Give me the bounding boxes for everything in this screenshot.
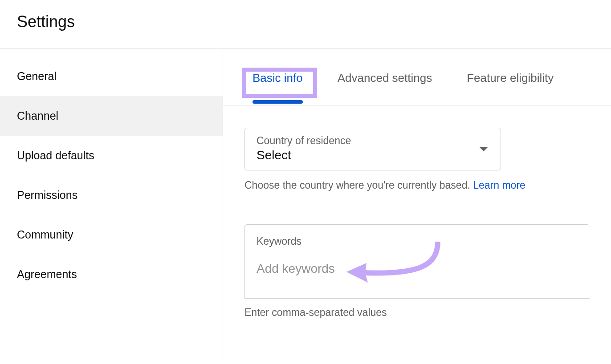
- tab-feature-eligibility[interactable]: Feature eligibility: [467, 71, 554, 102]
- sidebar-item-label: Agreements: [17, 268, 77, 280]
- layout: General Channel Upload defaults Permissi…: [0, 49, 611, 361]
- tabs: Basic info Advanced settings Feature eli…: [223, 49, 611, 105]
- country-helper: Choose the country where you're currentl…: [244, 179, 590, 191]
- sidebar: General Channel Upload defaults Permissi…: [0, 49, 223, 361]
- tab-label: Basic info: [253, 71, 303, 85]
- header: Settings: [0, 0, 611, 48]
- tab-label: Advanced settings: [338, 71, 432, 85]
- keywords-label: Keywords: [257, 235, 578, 247]
- page-title: Settings: [17, 12, 594, 31]
- sidebar-item-label: General: [17, 70, 57, 82]
- keywords-field[interactable]: Keywords: [244, 224, 590, 299]
- sidebar-item-community[interactable]: Community: [0, 215, 223, 255]
- sidebar-item-label: Permissions: [17, 189, 77, 201]
- sidebar-item-channel[interactable]: Channel: [0, 96, 223, 136]
- sidebar-item-label: Upload defaults: [17, 149, 94, 162]
- content-body: Country of residence Select Choose the c…: [223, 105, 611, 319]
- learn-more-link[interactable]: Learn more: [473, 179, 525, 191]
- keywords-input[interactable]: [257, 262, 578, 276]
- tab-label: Feature eligibility: [467, 71, 554, 85]
- sidebar-item-label: Channel: [17, 109, 58, 122]
- chevron-down-icon: [479, 147, 488, 151]
- tab-basic-info[interactable]: Basic info: [253, 71, 303, 102]
- country-select-label: Country of residence: [257, 135, 489, 147]
- sidebar-item-general[interactable]: General: [0, 57, 223, 96]
- tab-indicator: [253, 100, 303, 104]
- country-select[interactable]: Country of residence Select: [244, 128, 501, 170]
- country-select-value: Select: [257, 148, 489, 162]
- tab-advanced-settings[interactable]: Advanced settings: [338, 71, 432, 102]
- country-helper-text: Choose the country where you're currentl…: [244, 179, 473, 191]
- sidebar-item-upload-defaults[interactable]: Upload defaults: [0, 136, 223, 175]
- sidebar-item-label: Community: [17, 228, 73, 241]
- keywords-helper: Enter comma-separated values: [244, 307, 590, 319]
- content: Basic info Advanced settings Feature eli…: [223, 49, 611, 361]
- sidebar-item-permissions[interactable]: Permissions: [0, 175, 223, 215]
- sidebar-item-agreements[interactable]: Agreements: [0, 255, 223, 294]
